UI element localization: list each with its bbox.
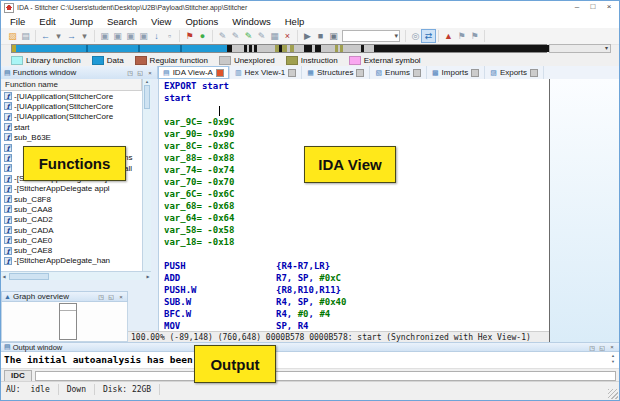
trace-flag-2-icon[interactable]: ⚑ [468,30,481,42]
tab-close-box[interactable] [288,69,296,77]
disasm-line[interactable]: var_18= -0x18 [159,237,549,249]
float-icon[interactable]: ◱ [136,69,144,76]
snapshot-icon[interactable]: ▫ [163,30,176,42]
trace-flag-1-icon[interactable]: ⚑ [455,30,468,42]
edit-struct-icon[interactable]: ✎ [229,30,242,42]
copy-functions-icon[interactable]: ▣ [124,30,137,42]
disasm-line[interactable] [159,249,549,261]
jump-down-icon[interactable]: ↓ [150,30,163,42]
function-row[interactable]: f-[UIApplication(StitcherCore [1,101,142,111]
save-file-icon[interactable]: ▤ [19,30,32,42]
graph-thumbnail[interactable] [59,303,77,340]
navband-segment[interactable] [364,45,374,52]
scroll-right-icon[interactable]: ▶ [145,274,151,279]
idc-input[interactable] [35,371,616,381]
nav-forward-icon[interactable]: → [65,30,78,42]
navband-segment[interactable] [182,45,227,52]
tab-close-box[interactable] [471,69,479,77]
function-row[interactable]: fsub_CAE8 [1,245,142,255]
menu-search[interactable]: Search [100,16,144,27]
nav-forward-dropdown-icon[interactable]: ▾ [78,30,91,42]
function-row[interactable]: fsub_CAD2 [1,215,142,225]
copy-names-icon[interactable]: ▣ [111,30,124,42]
tab-imports[interactable]: ▩Imports [427,66,485,79]
function-row[interactable]: fsub_CAA8 [1,204,142,214]
dock-icon[interactable]: ◳ [588,344,596,351]
function-row[interactable]: f-[StitcherAppDelegate_han [1,256,142,266]
edit-comment-icon[interactable]: ✎ [216,30,229,42]
function-row[interactable]: fsub_CAE0 [1,235,142,245]
navband-segment[interactable] [321,45,335,52]
float-icon[interactable]: ◱ [107,293,115,300]
output-log[interactable]: The initial autoanalysis has been finish… [1,352,619,369]
dock-icon[interactable]: ◳ [126,69,134,76]
tab-ida-view-a[interactable]: ▤IDA View-A [158,66,230,79]
disasm-line[interactable]: PUSH.W{R8,R10,R11} [159,285,549,297]
navband-segment[interactable] [88,45,138,52]
navband-segment[interactable] [232,45,244,52]
tab-close-box[interactable] [413,69,421,77]
disasm-line[interactable]: EXPORT start [159,81,549,93]
function-row[interactable]: fsub_C8F8 [1,194,142,204]
disasm-line[interactable]: var_64= -0x64 [159,213,549,225]
function-row[interactable]: fsub_CADA [1,225,142,235]
function-row[interactable]: f-[UIApplication(StitcherCore [1,112,142,122]
disasm-line[interactable]: PUSH{R4-R7,LR} [159,261,549,273]
debugger-select-combobox[interactable]: ▾ [342,30,400,42]
patch-program-icon[interactable]: ✎ [242,30,255,42]
disasm-line[interactable]: var_6C= -0x6C [159,189,549,201]
tab-hex-view-1[interactable]: ▥Hex View-1 [230,66,302,79]
disasm-line[interactable]: var_68= -0x68 [159,201,549,213]
close-icon[interactable]: × [608,344,616,350]
open-file-icon[interactable]: ▨ [6,30,19,42]
navband-segment[interactable] [140,45,180,52]
delete-icon[interactable]: × [281,30,294,42]
scroll-left-icon[interactable]: ◀ [1,274,7,279]
disasm-line[interactable]: SUB.WR4, SP, #0x40 [159,297,549,309]
ida-view-disassembly[interactable]: EXPORT startstartvar_9C= -0x9Cvar_90= -0… [158,79,549,331]
function-row[interactable]: f-[UIApplication(StitcherCore [1,91,142,101]
analysis-indicator-icon[interactable]: ● [196,30,209,42]
debug-pause-icon[interactable]: ▣ [327,30,340,42]
disasm-line[interactable]: var_58= -0x58 [159,225,549,237]
close-button[interactable]: × [601,1,617,13]
minimize-button[interactable]: – [569,1,585,13]
menu-edit[interactable]: Edit [32,16,62,27]
navband-segment[interactable] [345,45,361,52]
debug-options-icon[interactable]: ◎ [409,30,422,42]
disasm-line[interactable]: BFC.WR4, #0, #4 [159,309,549,321]
maximize-button[interactable]: □ [585,1,601,13]
graph-overview-body[interactable] [1,302,128,342]
output-scrollbar[interactable]: ▲ ▼ [609,353,617,365]
close-icon[interactable]: × [117,294,125,300]
debug-run-icon[interactable]: ▶ [301,30,314,42]
disasm-line[interactable]: MOVSP, R4 [159,321,549,331]
float-icon[interactable]: ◱ [598,344,606,351]
navband-zoom-dropdown[interactable]: ▾ [549,44,611,53]
function-row[interactable]: fsub_B63E [1,132,142,142]
analysis-flag-icon[interactable]: ⚑ [183,30,196,42]
navband-segment[interactable] [257,45,275,52]
tab-exports[interactable]: ▨Exports [485,66,544,79]
menu-jump[interactable]: Jump [63,16,100,27]
function-row[interactable]: fstart [1,122,142,132]
menu-help[interactable]: Help [278,16,312,27]
resize-grip[interactable] [608,389,618,399]
menu-file[interactable]: File [3,16,32,27]
tab-close-box[interactable] [356,69,364,77]
debug-stop-icon[interactable]: ■ [314,30,327,42]
nav-back-icon[interactable]: ← [39,30,52,42]
functions-vertical-scrollbar[interactable]: ▲ [142,79,151,271]
idc-button[interactable]: IDC [4,370,32,382]
tab-close-box[interactable] [530,69,538,77]
scroll-down-icon[interactable]: ▼ [611,359,615,364]
disasm-line[interactable]: ADDR7, SP, #0xC [159,273,549,285]
columns-icon[interactable]: ▦ [268,30,281,42]
scrollbar-thumb[interactable] [9,273,49,280]
navband-segment[interactable] [294,45,304,52]
disasm-line[interactable]: var_9C= -0x9C [159,117,549,129]
menu-windows[interactable]: Windows [225,16,278,27]
navband-segment[interactable] [374,45,574,52]
menu-options[interactable]: Options [178,16,225,27]
scroll-up-icon[interactable]: ▲ [145,79,149,84]
